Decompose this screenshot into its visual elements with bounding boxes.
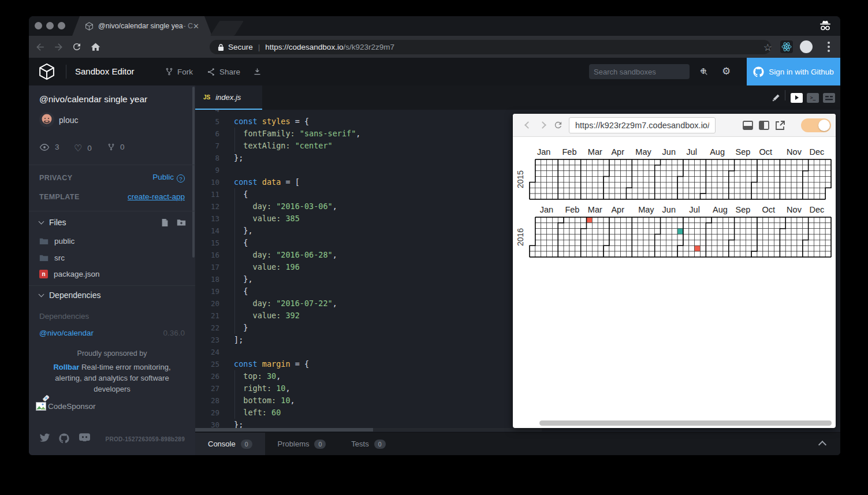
folder-icon [39,254,49,262]
preview-url-input[interactable] [569,117,716,133]
settings-gear-icon[interactable]: ⚙ [722,65,731,77]
preview-forward-icon[interactable] [539,121,546,129]
incognito-icon [818,20,832,33]
codesandbox-logo-icon[interactable] [38,63,55,80]
files-label: Files [49,218,66,227]
template-link[interactable]: create-react-app [128,192,185,201]
sponsor-text[interactable]: Rollbar Real-time error monitoring, aler… [42,362,182,403]
sign-in-github-button[interactable]: Sign in with Github [747,58,840,85]
file-item-src[interactable]: src [39,254,65,262]
sponsor-name[interactable]: Rollbar [53,363,79,371]
fork-button[interactable]: Fork [165,58,193,85]
svg-text:May: May [638,205,654,214]
search-box [589,64,690,79]
bookmark-star-icon[interactable]: ☆ [763,42,772,54]
minimize-window-button[interactable] [46,22,54,29]
privacy-row: PRIVACY Public? [39,173,185,183]
dependencies-label: Dependencies [49,291,101,300]
sidebar-scrollbar[interactable] [192,87,195,258]
download-button[interactable] [253,58,262,85]
svg-text:Mar: Mar [588,205,602,214]
search-input[interactable] [589,68,700,76]
tab-console[interactable]: Console0 [195,433,265,455]
url-domain: https://codesandbox.io [265,43,343,51]
sign-in-label: Sign in with Github [769,68,834,76]
file-tab-indexjs[interactable]: JS index.js [195,85,262,110]
privacy-value: Public? [152,173,185,183]
template-label: TEMPLATE [39,193,80,201]
file-item-public[interactable]: public [39,237,74,245]
views-stat: 3 [39,143,59,151]
preview-refresh-icon[interactable] [553,120,563,130]
dependency-row[interactable]: @nivo/calendar 0.36.0 [39,329,185,337]
file-item-package-json[interactable]: n package.json [39,270,100,278]
url-path: /s/k923r2z9m7 [343,43,394,51]
author-avatar[interactable] [39,112,54,127]
share-button[interactable]: Share [207,58,240,85]
discord-icon[interactable] [79,433,90,442]
new-folder-icon[interactable] [177,218,186,226]
new-tab-button[interactable] [210,21,244,36]
editor-horizontal-scrollbar[interactable] [195,428,373,431]
prettier-icon[interactable] [771,90,781,105]
profile-avatar-icon[interactable] [800,40,813,53]
preview-toggle[interactable] [801,118,831,132]
preview-navbar [513,114,836,137]
chevron-up-icon[interactable] [818,441,826,449]
prod-id-label: PROD-1527263059-898b289 [105,436,185,442]
svg-text:Jul: Jul [686,147,697,157]
author-name[interactable]: plouc [59,116,78,125]
twitter-icon[interactable] [39,433,50,442]
lock-icon [218,43,224,51]
svg-text:Mar: Mar [588,147,602,157]
tab-tests[interactable]: Tests0 [338,433,398,455]
files-section-header[interactable]: Files [39,218,186,227]
console-count-badge: 0 [241,440,252,449]
preview-back-icon[interactable] [524,121,532,129]
preview-pane: JanFebMarAprMayJunJulAugSepOctNovDec2015… [513,114,836,428]
tab-problems[interactable]: Problems0 [265,433,339,455]
svg-text:Sep: Sep [735,147,750,157]
browser-menu-icon[interactable] [828,42,830,54]
help-circle-icon[interactable]: ? [177,174,185,183]
svg-text:Dec: Dec [810,147,825,157]
tests-panel-icon[interactable] [823,90,835,105]
svg-text:Feb: Feb [565,205,579,214]
fork-label: Fork [177,68,193,76]
svg-text:Jul: Jul [689,205,700,214]
close-window-button[interactable] [35,22,42,29]
address-bar[interactable]: Secure | https://codesandbox.io /s/k923r… [210,40,771,54]
dependency-name[interactable]: @nivo/calendar [39,329,94,337]
new-sandbox-icon[interactable]: + [700,65,707,78]
open-external-icon[interactable] [774,120,786,131]
dependencies-section-header[interactable]: Dependencies [39,291,186,300]
browser-preview-toggle-icon[interactable] [791,90,803,105]
tests-count-badge: 0 [374,440,386,449]
refresh-icon[interactable] [69,39,84,54]
codesponsor-link[interactable]: CodeSponsor [36,402,96,411]
secure-label: Secure [228,43,253,51]
dependency-version: 0.36.0 [163,329,185,337]
tab-title-suffix: - C [183,22,193,30]
github-icon[interactable] [59,433,69,444]
likes-stat[interactable]: ♡ 0 [74,143,92,154]
react-devtools-extension-icon[interactable] [780,40,793,53]
maximize-window-button[interactable] [58,22,65,29]
back-icon[interactable] [32,39,47,54]
new-file-icon[interactable] [161,218,169,227]
home-icon[interactable] [88,39,103,54]
svg-text:Feb: Feb [562,147,577,157]
titlebar: @nivo/calendar single year - C ✕ [29,16,840,36]
codesandbox-header: Sandbox Editor Fork Share + ⚙ Sign in wi… [29,58,840,85]
console-panel-icon[interactable]: >_ [807,90,819,105]
browser-tab[interactable]: @nivo/calendar single year - C ✕ [72,16,212,36]
privacy-label: PRIVACY [39,174,72,182]
npm-icon: n [39,270,48,278]
chevron-down-icon [39,292,44,297]
preview-horizontal-scrollbar[interactable] [539,420,832,426]
layout-bottom-icon[interactable] [742,120,754,131]
forward-icon[interactable] [51,39,66,54]
tab-close-icon[interactable]: ✕ [193,23,199,30]
layout-split-icon[interactable] [758,120,770,131]
app-title: Sandbox Editor [75,66,135,76]
